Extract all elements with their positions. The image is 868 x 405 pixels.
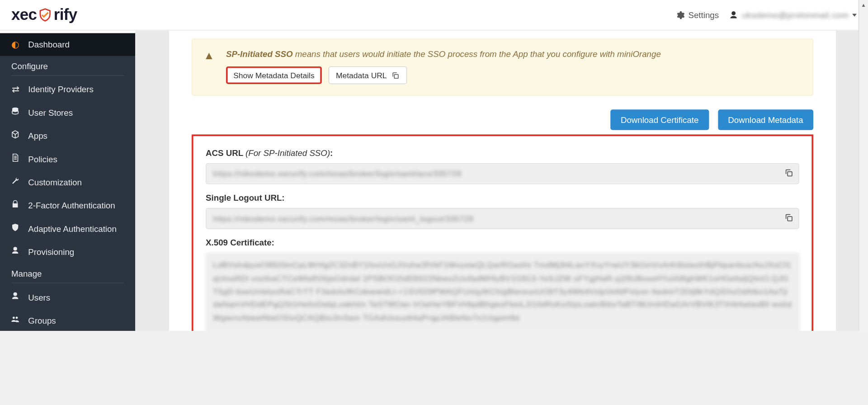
user-icon — [10, 292, 20, 302]
sidebar-label: Identity Providers — [28, 85, 93, 94]
btn-label: Download Metadata — [728, 115, 803, 125]
settings-link[interactable]: Settings — [675, 10, 719, 20]
sidebar-item-userstores[interactable]: User Stores — [0, 101, 135, 124]
svg-rect-2 — [788, 172, 792, 176]
sidebar-item-groups[interactable]: Groups — [0, 309, 135, 331]
scroll-up-icon[interactable]: ▲ — [859, 0, 868, 9]
sidebar-section-configure: Configure — [11, 56, 124, 76]
sidebar-item-policies[interactable]: Policies — [0, 147, 135, 170]
document-icon — [10, 153, 20, 164]
download-certificate-button[interactable]: Download Certificate — [610, 109, 708, 130]
cube-icon — [10, 130, 20, 141]
database-icon — [10, 107, 20, 118]
acs-url-label: ACS URL (For SP-Initiated SSO): — [206, 148, 799, 158]
sidebar-label: Apps — [28, 131, 47, 140]
copy-icon — [392, 71, 400, 79]
sidebar-label: User Stores — [28, 108, 73, 117]
svg-rect-1 — [395, 74, 399, 78]
alert-text-strong: SP-Initiated SSO — [226, 49, 293, 59]
alert-text: SP-Initiated SSO means that users would … — [226, 49, 800, 59]
logo-text-pre: xec — [11, 6, 37, 24]
slo-url-group: Single Logout URL: https://nikodemo.xecu… — [206, 193, 799, 229]
slo-url-field[interactable]: https://nikodemo.xecurify.com/moas/broke… — [206, 208, 799, 229]
slo-url-value: https://nikodemo.xecurify.com/moas/broke… — [213, 214, 473, 223]
copy-acs-button[interactable] — [784, 168, 793, 179]
show-metadata-button[interactable]: Show Metadata Details — [226, 66, 322, 84]
acs-url-group: ACS URL (For SP-Initiated SSO): https://… — [206, 148, 799, 184]
wrench-icon — [10, 176, 20, 187]
btn-label: Download Certificate — [621, 115, 699, 125]
copy-icon — [784, 213, 793, 222]
sidebar-item-adaptive[interactable]: Adaptive Authentication — [0, 217, 135, 240]
download-row: Download Certificate Download Metadata — [192, 109, 813, 130]
user-email: uksdemo@protonmail.com — [742, 10, 849, 20]
copy-slo-button[interactable] — [784, 213, 793, 224]
user-icon — [729, 10, 739, 20]
topbar: xec rify Settings uksdemo@protonmail.com — [0, 0, 868, 30]
swap-icon: ⇄ — [10, 84, 20, 94]
sidebar-label: Policies — [28, 154, 57, 164]
sidebar-item-dashboard[interactable]: ◐ Dashboard — [0, 33, 135, 56]
logo-icon — [38, 8, 52, 22]
sidebar-item-idp[interactable]: ⇄ Identity Providers — [0, 78, 135, 101]
sp-initiated-alert: ▲ SP-Initiated SSO means that users woul… — [192, 39, 813, 96]
gear-icon — [675, 10, 685, 20]
download-metadata-button[interactable]: Download Metadata — [718, 109, 813, 130]
group-icon — [10, 315, 20, 325]
main-area: ▲ SP-Initiated SSO means that users woul… — [135, 30, 859, 331]
sidebar-label: Dashboard — [28, 40, 70, 49]
acs-url-value: https://nikodemo.xecurify.com/moas/broke… — [213, 170, 461, 179]
cert-label: X.509 Certificate: — [206, 238, 799, 247]
btn-label: Metadata URL — [336, 71, 387, 80]
cert-textarea[interactable]: LdBVshdpyeO9920mCpLMrHg2C32vBY1fovUnGJVu… — [206, 253, 799, 331]
content-card: ▲ SP-Initiated SSO means that users woul… — [169, 30, 836, 331]
caret-down-icon — [852, 14, 857, 16]
settings-label: Settings — [688, 10, 719, 20]
shield-icon — [10, 223, 20, 234]
sidebar-item-provisioning[interactable]: Provisioning — [0, 240, 135, 263]
logo: xec rify — [11, 6, 77, 24]
sidebar-label: 2-Factor Authentication — [28, 201, 115, 210]
lock-icon — [10, 200, 20, 211]
svg-rect-3 — [788, 217, 792, 221]
page-scrollbar[interactable]: ▲ ▼ — [859, 0, 868, 331]
sidebar-item-apps[interactable]: Apps — [0, 124, 135, 147]
sidebar-label: Groups — [28, 316, 56, 325]
acs-url-field[interactable]: https://nikodemo.xecurify.com/moas/broke… — [206, 163, 799, 184]
copy-icon — [784, 168, 793, 178]
metadata-url-button[interactable]: Metadata URL — [329, 66, 407, 84]
sidebar-label: Adaptive Authentication — [28, 224, 116, 233]
slo-url-label: Single Logout URL: — [206, 193, 799, 202]
sidebar-label: Provisioning — [28, 247, 74, 257]
metadata-details-box: ACS URL (For SP-Initiated SSO): https://… — [192, 134, 813, 331]
warning-icon: ▲ — [203, 49, 215, 62]
sidebar: ◐ Dashboard Configure ⇄ Identity Provide… — [0, 33, 135, 331]
btn-label: Show Metadata Details — [233, 71, 314, 80]
alert-text-body: means that users would initiate the SSO … — [293, 49, 661, 59]
sidebar-item-2fa[interactable]: 2-Factor Authentication — [0, 193, 135, 217]
sidebar-section-manage: Manage — [11, 264, 124, 283]
sidebar-item-customization[interactable]: Customization — [0, 170, 135, 193]
sidebar-item-users[interactable]: Users — [0, 286, 135, 309]
user-icon — [10, 246, 20, 257]
user-menu[interactable]: uksdemo@protonmail.com — [729, 10, 857, 20]
logo-text-post: rify — [54, 6, 77, 24]
dashboard-icon: ◐ — [10, 39, 20, 50]
sidebar-label: Users — [28, 292, 50, 302]
cert-group: X.509 Certificate: LdBVshdpyeO9920mCpLMr… — [206, 238, 799, 331]
sidebar-label: Customization — [28, 177, 82, 187]
